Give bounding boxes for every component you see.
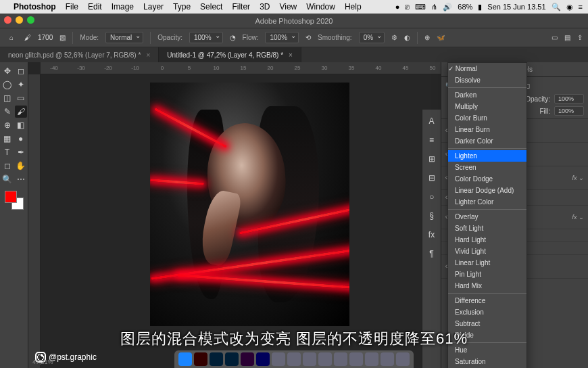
- edit-toolbar[interactable]: ⋯: [15, 173, 27, 185]
- blend-mode-pin-light[interactable]: Pin Light: [448, 269, 526, 280]
- strip-swatches-icon[interactable]: ⊞: [428, 154, 435, 164]
- blend-mode-saturation[interactable]: Saturation: [448, 356, 526, 367]
- brush-picker-icon[interactable]: ▧: [59, 34, 66, 41]
- blend-mode-soft-light[interactable]: Soft Light: [448, 223, 526, 234]
- ruler-vertical[interactable]: [28, 74, 41, 368]
- home-icon[interactable]: ⌂: [5, 32, 18, 44]
- type-tool[interactable]: T: [1, 146, 14, 158]
- wand-tool[interactable]: ✦: [15, 78, 27, 91]
- strip-character-icon[interactable]: A: [428, 116, 434, 126]
- ai-dock-icon[interactable]: [194, 352, 207, 366]
- strip-glyphs-icon[interactable]: ¶: [429, 249, 433, 258]
- window-zoom-button[interactable]: [27, 16, 34, 24]
- app-menu[interactable]: Photoshop: [14, 2, 56, 12]
- blend-mode-hard-light[interactable]: Hard Light: [448, 234, 526, 246]
- strip-color-icon[interactable]: ⊟: [428, 173, 435, 183]
- strip-adjustments-icon[interactable]: ○: [429, 192, 434, 202]
- share-icon[interactable]: ⇪: [577, 34, 583, 41]
- menu-help[interactable]: Help: [345, 2, 362, 12]
- lasso-tool[interactable]: ◯: [1, 78, 14, 91]
- brush-tool[interactable]: 🖌: [15, 106, 27, 118]
- fx-badge[interactable]: fx ⌄: [572, 214, 584, 221]
- siri-icon[interactable]: ◉: [566, 3, 573, 12]
- ps-dock-icon[interactable]: [210, 352, 223, 366]
- blend-mode-normal[interactable]: Normal: [448, 63, 526, 74]
- foreground-swatch[interactable]: [5, 191, 17, 203]
- spotlight-icon[interactable]: 🔍: [552, 3, 561, 12]
- workspace-icon[interactable]: ▤: [564, 34, 570, 41]
- ae-dock-icon[interactable]: [256, 352, 270, 366]
- menu-image[interactable]: Image: [112, 2, 134, 12]
- blend-mode-lighter-color[interactable]: Lighter Color: [448, 196, 526, 208]
- menu-select[interactable]: Select: [200, 2, 222, 12]
- blend-mode-linear-burn[interactable]: Linear Burn: [448, 124, 526, 135]
- window-minimize-button[interactable]: [16, 16, 23, 24]
- color-swatches[interactable]: [5, 191, 24, 210]
- menu-edit[interactable]: Edit: [88, 2, 102, 12]
- frame-tool[interactable]: ▭: [15, 92, 27, 104]
- doc-tab-2[interactable]: Untitled-1 @ 47,2% (Layer 4, RGB/8) * ×: [159, 47, 301, 62]
- blend-mode-menu[interactable]: NormalDissolveDarkenMultiplyColor BurnLi…: [447, 62, 527, 368]
- blend-mode-darker-color[interactable]: Darker Color: [448, 135, 526, 147]
- brush-size-value[interactable]: 1700: [38, 34, 53, 41]
- strip-styles-icon[interactable]: §: [429, 211, 434, 221]
- blend-mode-darken[interactable]: Darken: [448, 89, 526, 101]
- flow-dropdown[interactable]: 100%: [265, 32, 299, 43]
- blend-mode-color-burn[interactable]: Color Burn: [448, 112, 526, 124]
- blend-mode-linear-dodge-add-[interactable]: Linear Dodge (Add): [448, 185, 526, 196]
- blend-mode-lighten[interactable]: Lighten: [448, 150, 526, 162]
- finder-dock-icon[interactable]: [178, 352, 192, 366]
- doc-tab-1[interactable]: neon glitch.psd @ 52,6% (Layer 7, RGB/8)…: [0, 47, 159, 62]
- smoothing-dropdown[interactable]: 0%: [359, 32, 385, 43]
- panel-opacity-value[interactable]: 100%: [554, 94, 584, 104]
- blur-tool[interactable]: ●: [15, 133, 27, 145]
- app1-dock-icon[interactable]: [272, 352, 285, 366]
- menu-type[interactable]: Type: [173, 2, 191, 12]
- zoom-level[interactable]: 47,21%: [32, 359, 53, 365]
- airbrush-icon[interactable]: ⟲: [305, 34, 311, 41]
- strip-fx-icon[interactable]: fx: [428, 230, 435, 239]
- symmetry-icon[interactable]: ⊕: [424, 34, 430, 41]
- brush-preset-icon[interactable]: 🖌: [24, 34, 31, 41]
- app6-dock-icon[interactable]: [349, 352, 363, 366]
- search-icon[interactable]: ▭: [552, 34, 558, 41]
- clone-tool[interactable]: ⊕: [1, 119, 14, 131]
- app7-dock-icon[interactable]: [365, 352, 378, 366]
- ruler-horizontal[interactable]: -40-30-20-10051015202530354045505560: [41, 62, 441, 74]
- volume-icon[interactable]: 🔊: [443, 3, 452, 12]
- app3-dock-icon[interactable]: [303, 352, 316, 366]
- app9-dock-icon[interactable]: [396, 352, 410, 366]
- pen-tool[interactable]: ✒: [15, 146, 27, 158]
- blend-mode-difference[interactable]: Difference: [448, 295, 526, 306]
- eraser-tool[interactable]: ◧: [15, 119, 27, 131]
- screen-icon[interactable]: ⎚: [405, 3, 410, 11]
- menu-view[interactable]: View: [279, 2, 297, 12]
- shape-tool[interactable]: ◻: [1, 160, 14, 172]
- app8-dock-icon[interactable]: [381, 352, 394, 366]
- menu-filter[interactable]: Filter: [232, 2, 250, 12]
- marquee-tool[interactable]: ◻: [15, 65, 27, 77]
- opacity-dropdown[interactable]: 100%: [189, 32, 223, 43]
- blend-mode-subtract[interactable]: Subtract: [448, 318, 526, 329]
- blend-mode-color-dodge[interactable]: Color Dodge: [448, 173, 526, 185]
- doc-tab-2-close-icon[interactable]: ×: [289, 51, 293, 59]
- blend-mode-multiply[interactable]: Multiply: [448, 101, 526, 112]
- blend-mode-hard-mix[interactable]: Hard Mix: [448, 280, 526, 292]
- blend-mode-linear-light[interactable]: Linear Light: [448, 257, 526, 269]
- angle-icon[interactable]: ◐: [404, 34, 410, 41]
- menu-3d[interactable]: 3D: [260, 2, 270, 12]
- blend-mode-overlay[interactable]: Overlay: [448, 211, 526, 223]
- strip-paragraph-icon[interactable]: ≡: [429, 135, 434, 145]
- eyedropper-tool[interactable]: ✎: [1, 106, 14, 118]
- app5-dock-icon[interactable]: [334, 352, 347, 366]
- window-close-button[interactable]: [4, 16, 11, 24]
- canvas-area[interactable]: -40-30-20-10051015202530354045505560 @ps…: [28, 62, 441, 368]
- menu-layer[interactable]: Layer: [143, 2, 164, 12]
- panel-fill-value[interactable]: 100%: [554, 106, 584, 116]
- lr-dock-icon[interactable]: [225, 352, 239, 366]
- datetime[interactable]: Sen 15 Jun 13.51: [487, 3, 545, 11]
- gradient-tool[interactable]: ▦: [1, 133, 14, 145]
- pr-dock-icon[interactable]: [241, 352, 254, 366]
- keyboard-icon[interactable]: ⌨: [415, 3, 426, 12]
- app2-dock-icon[interactable]: [287, 352, 301, 366]
